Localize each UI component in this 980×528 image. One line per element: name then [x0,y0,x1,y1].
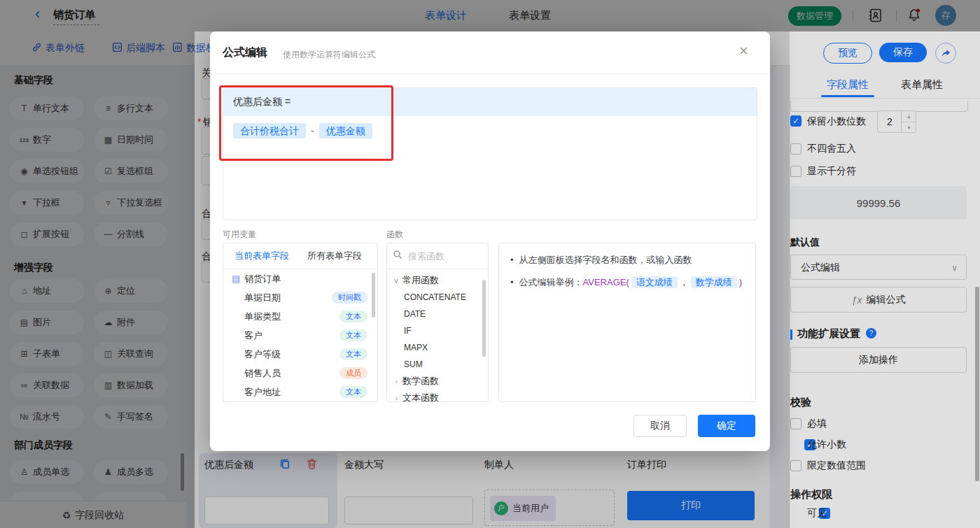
amount-in-words-input[interactable] [344,497,473,525]
formula-operand-chip[interactable]: 优惠金额 [319,123,372,138]
required-label: 必填 [807,418,827,430]
formula-operand-chip[interactable]: 合计价税合计 [233,123,306,138]
subform-icon: ⊞ [18,349,30,359]
discount-amount-input[interactable] [204,497,329,525]
form-external-link-button[interactable]: 表单外链 [31,42,85,55]
field-item-data-load[interactable]: ▥数据加载 [94,373,168,397]
back-icon[interactable]: ‹ [35,6,40,22]
function-search[interactable] [387,243,488,269]
share-arrow-icon [941,48,951,59]
delete-field-icon[interactable] [305,457,318,473]
function-group-common[interactable]: ∨常用函数 [387,272,488,289]
edit-formula-button[interactable]: ƒx 编辑公式 [790,287,967,313]
confirm-button[interactable]: 确定 [698,415,755,437]
formula-expression[interactable]: 合计价税合计-优惠金额 [223,116,757,146]
default-value-select[interactable]: 公式编辑 ∨ [790,255,967,280]
tab-all-form-fields[interactable]: 所有表单字段 [307,250,362,262]
field-recycle-bin[interactable]: ♻ 字段回收站 [0,501,186,528]
functions-scrollbar-thumb[interactable] [482,280,486,357]
variable-tree-root[interactable]: ▤ 销货订单 [223,269,377,288]
document-maker-box[interactable]: 户 当前用户 [484,490,615,526]
formula-editor[interactable]: 优惠后金额 = 合计价税合计-优惠金额 [223,87,757,220]
field-item-single-line-text[interactable]: T单行文本 [10,97,84,120]
required-checkbox[interactable] [790,418,802,429]
formula-operator[interactable]: - [311,125,314,136]
stepper-up-icon[interactable]: ▴ [902,111,916,122]
save-button[interactable]: 保存 [879,43,927,62]
preview-button[interactable]: 预览 [823,43,872,64]
function-close-paren: ) [739,277,742,287]
variable-row[interactable]: 销售人员成员 [223,364,377,383]
serial-number-icon: № [18,412,30,422]
field-item-number[interactable]: 123数字 [10,128,84,152]
value-range-checkbox[interactable] [790,460,802,471]
type-badge-member: 成员 [340,367,368,379]
tab-current-form-fields[interactable]: 当前表单字段 [234,250,289,262]
function-item[interactable]: IF [387,322,488,339]
variable-row[interactable]: 客户地址文本 [223,383,377,401]
field-item-image[interactable]: ▤图片 [10,311,84,334]
field-item-checkbox-group[interactable]: ☑复选框组 [94,159,168,183]
function-item[interactable]: DATE [387,306,488,322]
section-accent-bar [790,329,792,340]
thousand-separator-checkbox[interactable] [790,166,802,177]
field-item-divider[interactable]: ―分割线 [94,222,168,246]
user-avatar[interactable]: 存 [935,5,956,26]
field-item-multi-dropdown[interactable]: ▿下拉复选框 [94,191,168,215]
no-rounding-checkbox[interactable] [790,143,802,155]
function-item[interactable]: MAPX [387,339,488,356]
function-group-text[interactable]: ›文本函数 [387,390,488,402]
field-item-member-multi[interactable]: ♟成员多选 [94,460,168,484]
decimal-places-stepper[interactable]: 2 ▴ ▾ [877,110,916,133]
field-item-radio-group[interactable]: ◉单选按钮组 [10,159,84,183]
tab-form-properties[interactable]: 表单属性 [901,78,943,92]
field-item-datetime[interactable]: ▦日期时间 [94,128,168,152]
decimal-places-checkbox[interactable] [790,115,802,127]
field-item-dropdown[interactable]: ▾下拉框 [10,191,84,215]
linked-data-icon: ∞ [18,380,30,390]
variables-scrollbar-thumb[interactable] [372,273,375,317]
field-item-linked-query[interactable]: ◫关联查询 [94,342,168,366]
notification-bell-icon[interactable] [907,7,921,26]
section-title-member-fields: 部门成员字段 [14,439,73,452]
data-manage-button[interactable]: 数据管理 [788,6,841,26]
field-item-extend-button[interactable]: ◻扩展按钮 [10,222,84,246]
function-search-input[interactable] [407,250,479,262]
help-icon[interactable]: ? [866,328,876,338]
field-item-signature[interactable]: ✎手写签名 [94,405,168,429]
backend-script-button[interactable]: 后端脚本 [112,42,165,55]
field-item-linked-data[interactable]: ∞关联数据 [10,373,84,397]
variable-row[interactable]: 单据类型文本 [223,307,377,326]
close-icon[interactable]: × [739,44,748,58]
function-group-math[interactable]: ›数学函数 [387,373,488,390]
stepper-down-icon[interactable]: ▾ [902,122,916,133]
field-item-member-single[interactable]: ♙成员单选 [10,460,84,484]
variable-row[interactable]: 客户等级文本 [223,345,377,364]
field-item-attachment[interactable]: ☁附件 [94,311,168,334]
pen-icon: ✎ [102,412,114,422]
share-button[interactable] [935,43,956,64]
field-item-location[interactable]: ⊕定位 [94,279,168,303]
function-item[interactable]: CONCATENATE [387,289,488,306]
field-item-subform[interactable]: ⊞子表单 [10,342,84,366]
cancel-button[interactable]: 取消 [634,415,687,437]
modal-header-divider [210,73,770,74]
field-item-address[interactable]: ⌂地址 [10,279,84,303]
tab-field-properties[interactable]: 字段属性 [827,78,869,92]
panel-scrollbar-thumb[interactable] [975,287,979,481]
field-item-serial-number[interactable]: №流水号 [10,405,84,429]
variable-row[interactable]: 单据日期时间戳 [223,288,377,307]
divider-icon: ― [102,229,114,239]
add-operation-button[interactable]: 添加操作 [790,347,967,373]
print-button[interactable]: 打印 [627,491,755,520]
function-item[interactable]: SUM [387,356,488,373]
tab-form-settings[interactable]: 表单设置 [509,9,551,22]
variable-row[interactable]: 客户文本 [223,326,377,345]
contacts-icon[interactable] [868,8,883,26]
page-title[interactable]: 销货订单 [53,8,95,22]
copy-field-icon[interactable] [279,457,292,473]
tab-form-design[interactable]: 表单设计 [425,9,467,22]
sidebar-scrollbar-thumb[interactable] [181,453,184,491]
field-item-multi-line-text[interactable]: ≡多行文本 [94,97,168,120]
current-user-chip[interactable]: 户 当前用户 [490,496,556,521]
